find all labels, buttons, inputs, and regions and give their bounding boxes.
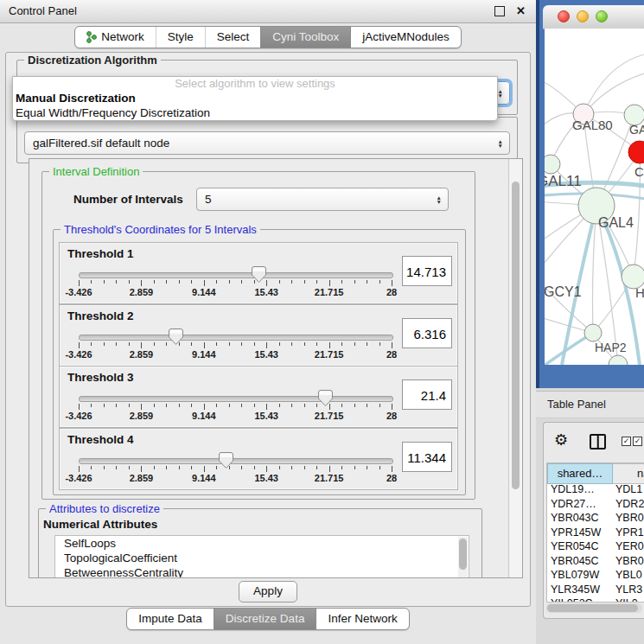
table-cell[interactable]: YDL1 [613,482,644,497]
slider-track[interactable] [79,272,393,278]
table-row[interactable]: YDL19…YDL1 [547,482,644,497]
slider-track[interactable] [79,396,393,402]
threshold-value-field[interactable]: 6.316 [402,318,452,348]
node-table[interactable]: shared… na YDL19…YDL1YDR27…YDR2YBR043CYB… [546,462,644,603]
network-icon [86,31,97,43]
screen: Control Panel ✕ NetworkStyleSelectCyni T… [0,0,644,644]
table-cell[interactable]: YLR345W [547,583,613,597]
table-cell[interactable]: YIL0 [613,596,644,603]
top-tab-cyni-toolbox[interactable]: Cyni Toolbox [260,27,350,48]
table-hscrollbar[interactable] [546,603,642,613]
table-row[interactable]: YER054CYER0 [547,539,644,554]
dropdown-placeholder-item[interactable]: Select algorithm to view settings [13,77,497,91]
numerical-attributes-label: Numerical Attributes [43,518,157,531]
checkbox-icon[interactable]: ✓ [633,437,642,446]
bottom-tab-infer-network[interactable]: Infer Network [316,609,408,629]
node-label: C [634,164,644,179]
scrollbar-thumb[interactable] [547,604,638,612]
node-label: GAL4 [598,215,634,230]
bottom-tab-impute-data[interactable]: Impute Data [127,609,214,629]
column-header-name[interactable]: na [613,463,644,484]
table-row[interactable]: YBR045CYBR0 [547,554,644,569]
scrollbar-thumb[interactable] [512,182,520,489]
node-label: GCY1 [545,284,582,299]
combobox-value: 5 [205,188,212,210]
threshold-label: Threshold 1 [67,247,134,260]
bottom-tabs: Impute DataDiscretize DataInfer Network [126,608,409,630]
group-title: Attributes to discretize [46,502,163,515]
numerical-attributes-list[interactable]: SelfLoopsTopologicalCoefficientBetweenne… [54,535,469,578]
viewport-scrollbar[interactable] [508,159,522,577]
table-row[interactable]: YBR043CYBR0 [547,511,644,526]
mac-minimize-icon[interactable] [577,10,589,22]
table-cell[interactable]: YER054C [547,539,613,554]
stepper-icon: ▲▼ [498,88,503,98]
table-cell[interactable]: YDR27… [547,497,613,512]
threshold-value-field[interactable]: 11.344 [402,442,452,472]
slider-track[interactable] [79,458,393,464]
table-cell[interactable]: YLR3 [613,583,644,597]
num-intervals-combobox[interactable]: 5 ▲▼ [196,188,449,211]
threshold-panel-2: Threshold 2-3.4262.8599.14415.4321.71528… [59,304,458,367]
table-cell[interactable]: YER0 [613,539,644,554]
control-panel-window: Control Panel ✕ NetworkStyleSelectCyni T… [0,0,537,644]
table-cell[interactable]: YBR045C [547,554,613,569]
mac-zoom-icon[interactable] [596,10,608,22]
top-tab-style[interactable]: Style [156,27,205,48]
group-title: Interval Definition [49,165,143,178]
threshold-value-field[interactable]: 14.713 [402,256,452,286]
tab-label: Select [217,27,250,48]
tab-label: Network [101,27,144,48]
tab-label: Style [168,27,194,48]
table-row[interactable]: YBL079WYBL0 [547,568,644,583]
network-window-titlebar [543,5,644,29]
tab-label: Cyni Toolbox [272,27,339,48]
tab-label: Infer Network [328,609,397,629]
list-item[interactable]: TopologicalCoefficient [55,551,469,565]
bottom-tab-discretize-data[interactable]: Discretize Data [214,609,316,629]
network-node[interactable] [628,141,644,163]
slider-track[interactable] [79,335,393,341]
checkbox-icon[interactable]: ✓ [622,437,631,446]
dropdown-item[interactable]: Manual Discretization [13,91,497,105]
dropdown-item[interactable]: Equal Width/Frequency Discretization [13,105,497,120]
attr-list-scrollbar[interactable] [458,537,468,578]
threshold-panel-3: Threshold 3-3.4262.8599.14415.4321.71528… [59,366,458,428]
network-node[interactable] [584,324,602,341]
top-tab-select[interactable]: Select [205,27,261,48]
threshold-value-field[interactable]: 21.4 [402,379,452,410]
algorithm-dropdown-popup: Select algorithm to view settings Manual… [12,76,498,121]
column-header-shared-name[interactable]: shared… [547,463,613,484]
table-data-combobox[interactable]: galFiltered.sif default node ▲▼ [24,131,510,155]
close-icon[interactable]: ✕ [516,0,526,22]
scrollbar-thumb[interactable] [459,539,467,570]
table-cell[interactable]: YBR0 [613,554,644,569]
network-node[interactable] [545,155,560,174]
table-cell[interactable]: YPR145W [547,526,613,540]
top-tab-jactivemnodules[interactable]: jActiveMNodules [350,27,461,48]
table-row[interactable]: YIL052CYIL0 [547,596,644,603]
attributes-group: Attributes to discretize Numerical Attri… [38,508,482,578]
table-row[interactable]: YDR27…YDR2 [547,497,644,512]
float-window-icon[interactable] [494,6,505,16]
apply-button[interactable]: Apply [239,581,297,603]
list-item[interactable]: SelfLoops [55,536,469,551]
list-item[interactable]: BetweennessCentrality [55,565,469,578]
table-cell[interactable]: YBR0 [613,511,644,526]
table-cell[interactable]: YBR043C [547,511,613,526]
columns-icon[interactable] [590,434,606,450]
table-cell[interactable]: YPR1 [613,526,644,540]
table-row[interactable]: YPR145WYPR1 [547,526,644,540]
gear-icon[interactable]: ⚙ [554,431,568,449]
table-cell[interactable]: YDL19… [547,482,613,497]
table-panel-title: Table Panel [547,392,606,418]
table-cell[interactable]: YBL079W [547,568,613,583]
top-tab-network[interactable]: Network [75,27,156,48]
threshold-label: Threshold 3 [67,371,134,384]
table-row[interactable]: YLR345WYLR3 [547,583,644,597]
table-cell[interactable]: YIL052C [547,596,613,603]
table-cell[interactable]: YBL0 [613,568,644,583]
table-cell[interactable]: YDR2 [613,497,644,512]
mac-close-icon[interactable] [558,10,570,22]
network-canvas[interactable]: GAL80GACGAL11GAL4GCY1HHAP2 [545,29,644,365]
